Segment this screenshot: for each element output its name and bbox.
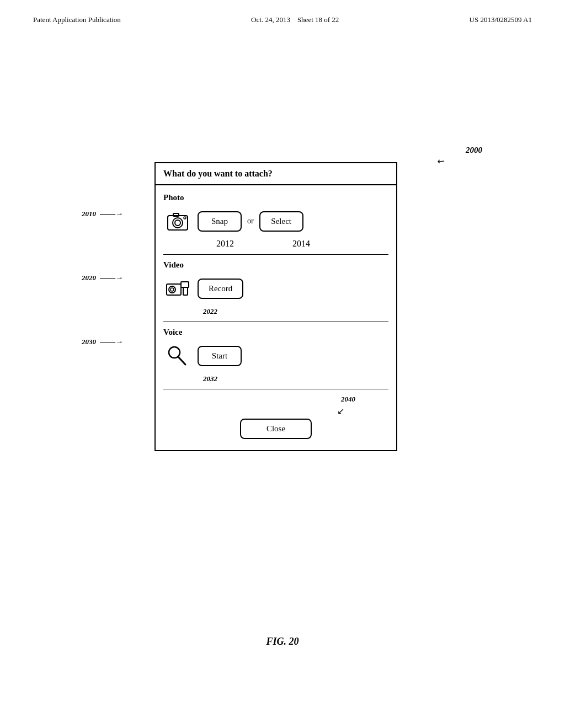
figure-caption: FIG. 20: [266, 636, 299, 647]
video-ref-num: 2022: [198, 306, 388, 316]
svg-point-2: [175, 220, 180, 226]
separator-3: [163, 389, 388, 389]
header-left: Patent Application Publication: [33, 15, 121, 24]
label-2010: 2010 ——→: [82, 210, 123, 218]
ref-2014: 2014: [279, 239, 323, 249]
select-button[interactable]: Select: [259, 211, 303, 232]
ref-2040-label: 2040: [341, 395, 355, 404]
ref-2032: 2032: [203, 374, 217, 383]
header-date: Oct. 24, 2013: [251, 15, 290, 24]
ref-2012: 2012: [203, 239, 247, 249]
video-label: Video: [163, 260, 388, 270]
svg-point-1: [173, 218, 183, 228]
snap-select-row: Snap or Select: [198, 211, 303, 232]
photo-row: Snap or Select: [163, 207, 388, 235]
photo-ref-nums: 2012 2014: [198, 239, 388, 249]
close-row: 2040 ↙ Close: [163, 395, 388, 439]
video-camera-icon: [163, 274, 192, 303]
main-content: 2000 ↙ 2010 ——→ 2020 ——→ 2030 ——→ What d…: [0, 35, 565, 728]
label-2020: 2020 ——→: [82, 274, 123, 282]
dialog-box: What do you want to attach? Photo: [154, 162, 397, 451]
record-button[interactable]: Record: [198, 279, 243, 299]
separator-2: [163, 322, 388, 322]
svg-point-7: [170, 288, 174, 291]
or-text: or: [247, 217, 254, 226]
snap-button[interactable]: Snap: [198, 211, 242, 232]
camera-svg: [164, 208, 191, 234]
label-2030: 2030 ——→: [82, 338, 123, 346]
svg-point-4: [184, 217, 186, 219]
voice-ref-num: 2032: [198, 373, 388, 383]
dialog-body: Photo Snap or Select: [156, 185, 396, 450]
patent-header: Patent Application Publication Oct. 24, …: [0, 0, 565, 24]
voice-row: Start: [163, 341, 388, 370]
voice-icon: [163, 341, 192, 370]
svg-rect-9: [183, 287, 188, 295]
video-row: Record: [163, 274, 388, 303]
svg-line-11: [178, 357, 185, 365]
arrow-2040: ↙: [337, 406, 344, 416]
photo-label: Photo: [163, 193, 388, 202]
ref-2022: 2022: [203, 307, 217, 315]
separator-1: [163, 254, 388, 255]
video-svg: [164, 275, 191, 302]
arrow-2000: ↙: [435, 154, 447, 167]
start-btn-container: Start: [198, 346, 242, 366]
header-sheet: Sheet 18 of 22: [297, 15, 339, 24]
close-button[interactable]: Close: [240, 419, 312, 439]
dialog-title: What do you want to attach?: [156, 163, 396, 185]
mic-svg: [164, 342, 191, 369]
svg-rect-8: [181, 282, 189, 287]
camera-icon: [163, 207, 192, 235]
header-right: US 2013/0282509 A1: [470, 15, 532, 24]
svg-point-6: [169, 286, 175, 293]
record-btn-container: Record: [198, 279, 243, 299]
voice-label: Voice: [163, 328, 388, 337]
header-center: Oct. 24, 2013 Sheet 18 of 22: [251, 15, 339, 24]
ref-2000: 2000: [466, 146, 482, 155]
start-button[interactable]: Start: [198, 346, 242, 366]
svg-rect-3: [173, 213, 179, 216]
